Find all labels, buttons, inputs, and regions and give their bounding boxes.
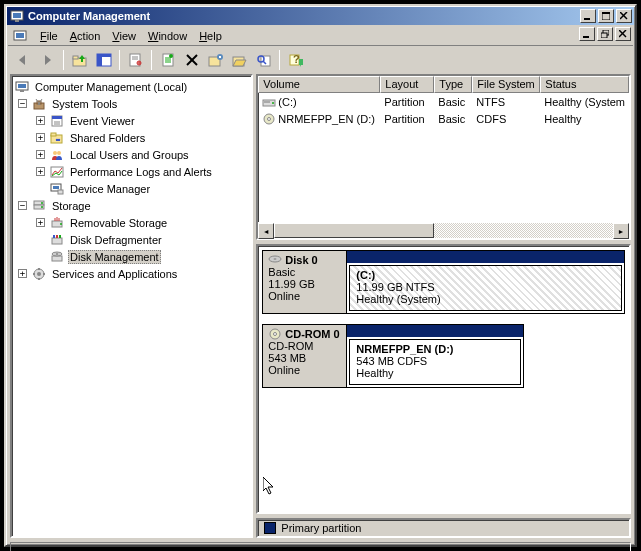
svg-point-59 bbox=[41, 206, 43, 208]
delete-button[interactable] bbox=[180, 49, 203, 71]
disk-info: Disk 0 Basic 11.99 GB Online bbox=[263, 251, 347, 313]
menubar: File Action View Window Help bbox=[8, 26, 633, 46]
tree-event-viewer[interactable]: + Event Viewer bbox=[14, 112, 249, 129]
col-status[interactable]: Status bbox=[540, 76, 629, 93]
col-type[interactable]: Type bbox=[434, 76, 472, 93]
volume-list[interactable]: Volume Layout Type File System Status (C… bbox=[256, 74, 631, 240]
tree-device-mgr[interactable]: Device Manager bbox=[14, 180, 249, 197]
menu-window[interactable]: Window bbox=[142, 28, 193, 44]
disk-graphical-pane[interactable]: Disk 0 Basic 11.99 GB Online (C:) 11.99 … bbox=[256, 244, 631, 514]
svg-rect-64 bbox=[56, 235, 58, 238]
scroll-right-button[interactable]: ► bbox=[613, 223, 629, 239]
defrag-icon bbox=[49, 232, 65, 248]
tree-local-users[interactable]: + Local Users and Groups bbox=[14, 146, 249, 163]
computer-icon bbox=[14, 79, 30, 95]
svg-rect-39 bbox=[20, 90, 24, 92]
maximize-button[interactable] bbox=[598, 9, 614, 23]
help-button[interactable]: ? bbox=[284, 49, 307, 71]
svg-point-50 bbox=[53, 151, 57, 155]
partition[interactable]: (C:) 11.99 GB NTFS Healthy (System) bbox=[347, 251, 624, 313]
drive-icon bbox=[262, 96, 276, 108]
scroll-left-button[interactable]: ◄ bbox=[258, 223, 274, 239]
disk-row[interactable]: CD-ROM 0 CD-ROM 543 MB Online NRMEFPP_EN… bbox=[262, 324, 524, 388]
svg-rect-9 bbox=[16, 33, 24, 38]
expand-icon[interactable]: + bbox=[36, 167, 45, 176]
tools-icon bbox=[31, 96, 47, 112]
svg-rect-62 bbox=[52, 238, 62, 244]
mdi-icon[interactable] bbox=[12, 28, 28, 44]
toolbar: ? bbox=[8, 46, 633, 74]
svg-rect-1 bbox=[13, 13, 21, 18]
tree-pane[interactable]: Computer Management (Local) − System Too… bbox=[10, 74, 253, 538]
col-layout[interactable]: Layout bbox=[380, 76, 434, 93]
tree-removable[interactable]: + Removable Storage bbox=[14, 214, 249, 231]
titlebar[interactable]: Computer Management bbox=[7, 7, 634, 25]
expand-icon[interactable]: + bbox=[18, 269, 27, 278]
collapse-icon[interactable]: − bbox=[18, 201, 27, 210]
mdi-close-button[interactable] bbox=[615, 27, 631, 41]
disk-row[interactable]: Disk 0 Basic 11.99 GB Online (C:) 11.99 … bbox=[262, 250, 625, 314]
tree-services[interactable]: + Services and Applications bbox=[14, 265, 249, 282]
svg-rect-5 bbox=[602, 12, 610, 14]
svg-rect-66 bbox=[52, 256, 62, 261]
tree-storage[interactable]: − Storage bbox=[14, 197, 249, 214]
tree-system-tools[interactable]: − System Tools bbox=[14, 95, 249, 112]
list-row[interactable]: NRMEFPP_EN (D:) Partition Basic CDFS Hea… bbox=[258, 110, 629, 127]
svg-text:?: ? bbox=[293, 53, 300, 65]
svg-rect-30 bbox=[219, 56, 221, 58]
tree-root[interactable]: Computer Management (Local) bbox=[14, 78, 249, 95]
expand-icon[interactable]: + bbox=[36, 133, 45, 142]
cd-icon bbox=[262, 113, 276, 125]
tree-defrag[interactable]: Disk Defragmenter bbox=[14, 231, 249, 248]
users-icon bbox=[49, 147, 65, 163]
tree-shared-folders[interactable]: + Shared Folders bbox=[14, 129, 249, 146]
event-viewer-icon bbox=[49, 113, 65, 129]
collapse-icon[interactable]: − bbox=[18, 99, 27, 108]
storage-icon bbox=[31, 198, 47, 214]
menu-action[interactable]: Action bbox=[64, 28, 107, 44]
app-window: Computer Management File Action View Win… bbox=[4, 4, 637, 547]
partition-header bbox=[347, 251, 624, 263]
cd-icon bbox=[268, 328, 282, 340]
list-header: Volume Layout Type File System Status bbox=[258, 76, 629, 93]
partition[interactable]: NRMEFPP_EN (D:) 543 MB CDFS Healthy bbox=[347, 325, 523, 387]
expand-icon[interactable]: + bbox=[36, 150, 45, 159]
svg-rect-19 bbox=[97, 54, 111, 57]
close-button[interactable] bbox=[616, 9, 632, 23]
scroll-thumb[interactable] bbox=[274, 223, 434, 238]
device-mgr-icon bbox=[49, 181, 65, 197]
menu-file[interactable]: File bbox=[34, 28, 64, 44]
legend-bar: Primary partition bbox=[256, 518, 631, 538]
forward-button[interactable] bbox=[36, 49, 59, 71]
up-button[interactable] bbox=[68, 49, 91, 71]
mdi-minimize-button[interactable] bbox=[579, 27, 595, 41]
col-volume[interactable]: Volume bbox=[258, 76, 380, 93]
settings-button[interactable] bbox=[204, 49, 227, 71]
list-row[interactable]: (C:) Partition Basic NTFS Healthy (Syste… bbox=[258, 93, 629, 110]
tree-perf-logs[interactable]: + Performance Logs and Alerts bbox=[14, 163, 249, 180]
expand-icon[interactable]: + bbox=[36, 218, 45, 227]
h-scrollbar[interactable]: ◄ ► bbox=[258, 222, 629, 238]
svg-point-58 bbox=[41, 202, 43, 204]
properties-button[interactable] bbox=[124, 49, 147, 71]
expand-icon[interactable]: + bbox=[36, 116, 45, 125]
legend-primary-box bbox=[264, 522, 276, 534]
svg-point-68 bbox=[56, 253, 58, 255]
menu-help[interactable]: Help bbox=[193, 28, 228, 44]
tree-disk-mgmt[interactable]: Disk Management bbox=[14, 248, 249, 265]
disk-info: CD-ROM 0 CD-ROM 543 MB Online bbox=[263, 325, 347, 387]
svg-rect-10 bbox=[583, 36, 589, 38]
disk-mgmt-icon bbox=[49, 249, 65, 265]
svg-rect-45 bbox=[52, 116, 62, 119]
menu-view[interactable]: View bbox=[106, 28, 142, 44]
minimize-button[interactable] bbox=[580, 9, 596, 23]
mdi-restore-button[interactable] bbox=[597, 27, 613, 41]
svg-point-25 bbox=[169, 54, 173, 58]
find-button[interactable] bbox=[252, 49, 275, 71]
show-hide-tree-button[interactable] bbox=[92, 49, 115, 71]
col-fs[interactable]: File System bbox=[472, 76, 540, 93]
open-button[interactable] bbox=[228, 49, 251, 71]
refresh-button[interactable] bbox=[156, 49, 179, 71]
back-button[interactable] bbox=[12, 49, 35, 71]
svg-point-70 bbox=[37, 272, 41, 276]
